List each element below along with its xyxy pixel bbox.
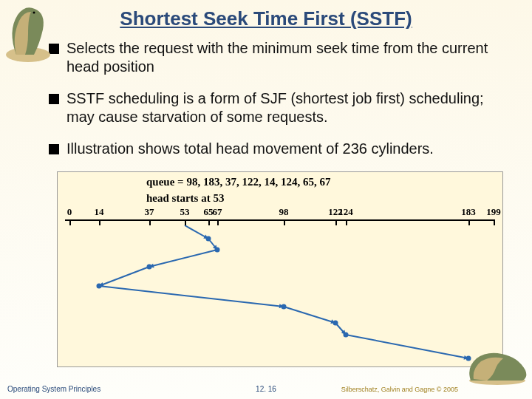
slide-footer: Operating System Principles 12. 16 Silbe…: [0, 385, 532, 393]
axis-tick: [284, 219, 285, 225]
axis-tick: [99, 219, 100, 225]
bullet-text: SSTF scheduling is a form of SJF (shorte…: [66, 89, 511, 126]
axis-tick: [494, 219, 495, 225]
bullet-item: Illustration shows total head movement o…: [49, 140, 511, 158]
footer-page-number: 12. 16: [256, 385, 276, 393]
axis-tick-label: 0: [67, 206, 72, 218]
axis-tick-label: 67: [213, 206, 222, 218]
svg-point-23: [333, 321, 338, 326]
svg-point-21: [97, 284, 102, 289]
diagram-head-text: head starts at 53: [58, 188, 502, 205]
svg-line-16: [346, 335, 468, 358]
seek-path-svg: [58, 225, 504, 366]
axis-tick: [208, 219, 210, 225]
bullet-text: Illustration shows total head movement o…: [66, 140, 434, 158]
bullet-item: SSTF scheduling is a form of SJF (shorte…: [49, 89, 511, 126]
axis-tick: [149, 219, 151, 225]
svg-line-8: [99, 267, 149, 286]
bullet-item: Selects the request with the minimum see…: [49, 39, 511, 76]
axis-tick: [468, 219, 470, 225]
axis-tick-label: 183: [461, 206, 476, 218]
footer-copyright: Silberschatz, Galvin and Gagne © 2005: [341, 386, 458, 393]
axis-tick: [335, 219, 337, 225]
axis-tick-label: 53: [180, 206, 190, 218]
axis-tick-label: 98: [279, 206, 289, 218]
svg-point-1: [33, 12, 35, 14]
svg-line-6: [149, 250, 217, 267]
bullet-icon: [49, 144, 59, 154]
axis-tick: [69, 219, 71, 225]
bullet-icon: [49, 94, 59, 104]
axis-tick-label: 199: [486, 206, 501, 218]
svg-point-18: [206, 236, 211, 242]
axis-tick-label: 124: [338, 206, 353, 218]
slide-body: Selects the request with the minimum see…: [0, 30, 532, 367]
dino-illustration-bottom: [466, 345, 529, 386]
svg-point-22: [282, 304, 287, 310]
svg-point-19: [215, 248, 220, 253]
axis-tick: [185, 219, 186, 225]
axis-tick: [346, 219, 347, 225]
diagram-queue-text: queue = 98, 183, 37, 122, 14, 124, 65, 6…: [58, 172, 502, 188]
svg-line-12: [284, 307, 335, 323]
bullet-text: Selects the request with the minimum see…: [66, 39, 511, 76]
slide-title: Shortest Seek Time First (SSTF): [0, 0, 532, 30]
diagram-axis: 0143753656798122124183199: [58, 206, 502, 227]
axis-tick: [217, 219, 219, 225]
sstf-diagram: queue = 98, 183, 37, 122, 14, 124, 65, 6…: [57, 171, 503, 367]
axis-tick-label: 14: [95, 206, 104, 218]
axis-tick-label: 37: [145, 206, 154, 218]
dino-illustration-top: [1, 1, 55, 68]
svg-point-24: [344, 332, 349, 338]
svg-point-20: [147, 265, 152, 270]
svg-line-10: [99, 286, 284, 307]
footer-left: Operating System Principles: [7, 385, 100, 393]
